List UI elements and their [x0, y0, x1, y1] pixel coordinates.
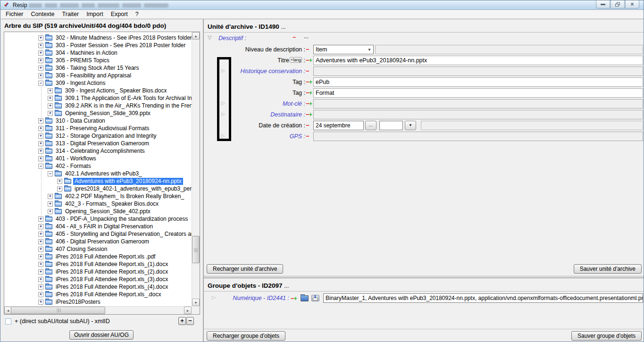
tree-item-label[interactable]: 314 - Celebrating Accomplishments	[54, 148, 146, 155]
tree-toggle-expand-icon[interactable]: +	[57, 179, 62, 184]
descriptif-remove-button[interactable]: −	[293, 34, 296, 41]
add-object-button[interactable]: +	[294, 295, 297, 302]
tree-toggle-expand-icon[interactable]: +	[38, 284, 43, 290]
tree-toggle-expand-icon[interactable]: +	[38, 262, 43, 267]
tree-toggle-expand-icon[interactable]: +	[48, 88, 53, 93]
archive-unit-title-dots[interactable]: ...	[281, 24, 286, 30]
reload-archive-unit-button[interactable]: Recharger unité d'archive	[207, 264, 283, 274]
date-extra-input[interactable]	[379, 121, 403, 130]
tree-horizontal-scrollbar[interactable]: ◄ ►	[4, 306, 192, 314]
tree-toggle-expand-icon[interactable]: +	[48, 103, 53, 108]
tree-item[interactable]: +403 - PDF-A_Unpacking the standardizati…	[38, 215, 189, 223]
field-tag-1-input[interactable]: ePub	[313, 77, 643, 87]
save-object-group-button[interactable]: Sauver groupe d'objets	[571, 331, 642, 341]
tree-item[interactable]: +iPres 2018 Full Attendee Report.xls_.do…	[38, 291, 162, 298]
tree-item-label[interactable]: 405 - Storytelling and Digital Preservat…	[54, 231, 192, 238]
tree-item[interactable]: +406 - Digital Preservation Gameroom	[38, 238, 151, 245]
tree-item-label[interactable]: 313 - Digital Preservation Gameroom	[54, 140, 151, 147]
add-lang-button[interactable]: +lang	[290, 57, 302, 63]
tree-item[interactable]: +305 - PREMIS Topics	[38, 57, 111, 64]
remove-field-button[interactable]: −	[306, 67, 309, 75]
tree-item[interactable]: +309 - Ingest Actions_ Speaker Bios.docx	[48, 87, 168, 94]
tree-toggle-expand-icon[interactable]: +	[38, 133, 43, 139]
tree-item-label[interactable]: 309.1 The Application of E-Ark Tools for…	[64, 95, 192, 102]
tree-item-label[interactable]: 310 - Data Curation	[54, 117, 107, 125]
field-mot-cle-input[interactable]	[313, 99, 643, 108]
tree-item-label[interactable]: 407 Closing Session	[54, 246, 109, 253]
field-historique-conservation-input[interactable]	[313, 67, 643, 76]
tree-item[interactable]: +iPres 2018 Full Attendee Report.xls .pd…	[38, 253, 157, 260]
tree-item[interactable]: +Opening_Session_Slide_309.pptx	[48, 109, 152, 117]
tree-item-label[interactable]: 402_3 - Formats_ Speaker Bios.docx	[64, 200, 160, 208]
tree-item-label[interactable]: iPres2018Posters	[54, 299, 102, 306]
scroll-down-icon[interactable]: ▼	[192, 299, 200, 306]
tree-item-label[interactable]: ipres2018_402-1_adventures_with_epub3_pe…	[73, 185, 192, 192]
horizontal-scroll-thumb[interactable]	[11, 307, 105, 314]
tree-toggle-expand-icon[interactable]: +	[48, 194, 53, 199]
tree-item-label[interactable]: 401 - Workflows	[54, 155, 98, 162]
tree-item[interactable]: +Adventures with ePub3_20180924-nn.pptx	[57, 177, 183, 185]
tree-item-label[interactable]: iPres 2018 Full Attendee Report.xls_.doc…	[54, 291, 162, 298]
remove-field-button[interactable]: −	[306, 100, 309, 107]
tree-item[interactable]: +iPres 2018 Full Attendee Report.xls_(2)…	[38, 268, 169, 275]
tree-item[interactable]: +407 Closing Session	[38, 245, 109, 253]
tree-toggle-expand-icon[interactable]: +	[38, 126, 43, 131]
tree-toggle-expand-icon[interactable]: +	[38, 35, 43, 41]
tree-toggle-expand-icon[interactable]: +	[48, 209, 53, 214]
tree-item-label[interactable]: 305 - PREMIS Topics	[54, 57, 111, 64]
tree-toggle-expand-icon[interactable]: +	[38, 118, 43, 124]
tree-toggle-collapse-icon[interactable]: −	[38, 81, 43, 86]
remove-field-button[interactable]: −	[306, 111, 309, 118]
tree-item[interactable]: −402.1 Adventures with ePub3_	[48, 170, 143, 177]
tree-item-label[interactable]: 402 - Formats	[54, 163, 92, 170]
close-button[interactable]: ×	[625, 0, 639, 8]
tree-item[interactable]: +ipres2018_402-1_adventures_with_epub3_p…	[57, 185, 192, 192]
tree-item[interactable]: +304 - Machines in Action	[38, 49, 119, 57]
tree-toggle-expand-icon[interactable]: +	[38, 156, 43, 161]
tree-item-label[interactable]: 311 - Preserving Audiovisual Formats	[54, 125, 151, 132]
tree-item[interactable]: +Opening_Session_Slide_402.pptx	[48, 208, 152, 215]
tree-item-label[interactable]: 309 - Ingest Actions	[54, 80, 107, 87]
tree-toggle-expand-icon[interactable]: +	[38, 58, 43, 63]
tree-item-label[interactable]: 306 - Taking Stock After 15 Years	[54, 65, 141, 72]
tree-toggle-expand-icon[interactable]: +	[38, 239, 43, 244]
tree-item-label[interactable]: Adventures with ePub3_20180924-nn.pptx	[73, 178, 183, 185]
date-dropdown-button[interactable]: ▼	[405, 121, 416, 130]
tree-item[interactable]: −402 - Formats	[38, 162, 92, 170]
tree-toggle-expand-icon[interactable]: +	[38, 292, 43, 297]
tree-item[interactable]: +311 - Preserving Audiovisual Formats	[38, 125, 151, 132]
add-field-button[interactable]: +	[309, 89, 312, 96]
tree-toggle-expand-icon[interactable]: +	[38, 224, 43, 229]
remove-field-button[interactable]: −	[306, 122, 309, 129]
collapse-all-button[interactable]: −	[186, 317, 194, 325]
tree-item-label[interactable]: 402.1 Adventures with ePub3_	[64, 170, 143, 177]
object-group-title-dots[interactable]: ...	[284, 283, 289, 289]
tree-item-label[interactable]: 304 - Machines in Action	[54, 50, 119, 57]
tree-toggle-collapse-icon[interactable]: −	[48, 171, 53, 176]
tree-item-label[interactable]: 303 - Poster Session - See iPres 2018 Po…	[54, 42, 187, 49]
field-tag-2-input[interactable]: Format	[313, 88, 643, 98]
tree-item-label[interactable]: 309 - Ingest Actions_ Speaker Bios.docx	[64, 87, 168, 94]
add-field-button[interactable]: +	[309, 78, 312, 85]
tree-item-label[interactable]: 312 - Storage Organization and Integrity	[54, 133, 158, 140]
expand-all-button[interactable]: +	[178, 317, 186, 325]
descriptif-more-button[interactable]: ...	[304, 33, 309, 40]
tree-item-label[interactable]: iPres 2018 Full Attendee Report.xls_(4).…	[54, 284, 169, 291]
tree-item-label[interactable]: iPres 2018 Full Attendee Report.xls_(1).…	[54, 261, 169, 268]
menu-item-traiter[interactable]: Traiter	[59, 10, 83, 18]
import-object-icon[interactable]	[311, 295, 319, 301]
tree-item-label[interactable]: 404 - All_s FAIR in Digital Preservation	[54, 223, 154, 230]
tree-item-label[interactable]: Opening_Session_Slide_402.pptx	[64, 208, 152, 215]
date-picker-button[interactable]: ...	[365, 121, 376, 130]
tree-item[interactable]: −309 - Ingest Actions	[38, 79, 107, 87]
date-input[interactable]: 24 septembre 2018	[313, 121, 364, 130]
collapse-arrow-icon[interactable]: ▷	[221, 111, 225, 117]
save-archive-unit-button[interactable]: Sauver unité d'archive	[574, 264, 642, 274]
tree-toggle-expand-icon[interactable]: +	[57, 186, 62, 192]
descriptif-collapse-icon[interactable]: ▽	[208, 34, 211, 41]
tree-toggle-expand-icon[interactable]: +	[38, 50, 43, 56]
tree-item-label[interactable]: Opening_Session_Slide_309.pptx	[64, 110, 152, 117]
tree-toggle-expand-icon[interactable]: +	[38, 141, 43, 146]
tree-toggle-collapse-icon[interactable]: −	[38, 164, 43, 169]
scroll-up-icon[interactable]: ▲	[192, 32, 200, 40]
